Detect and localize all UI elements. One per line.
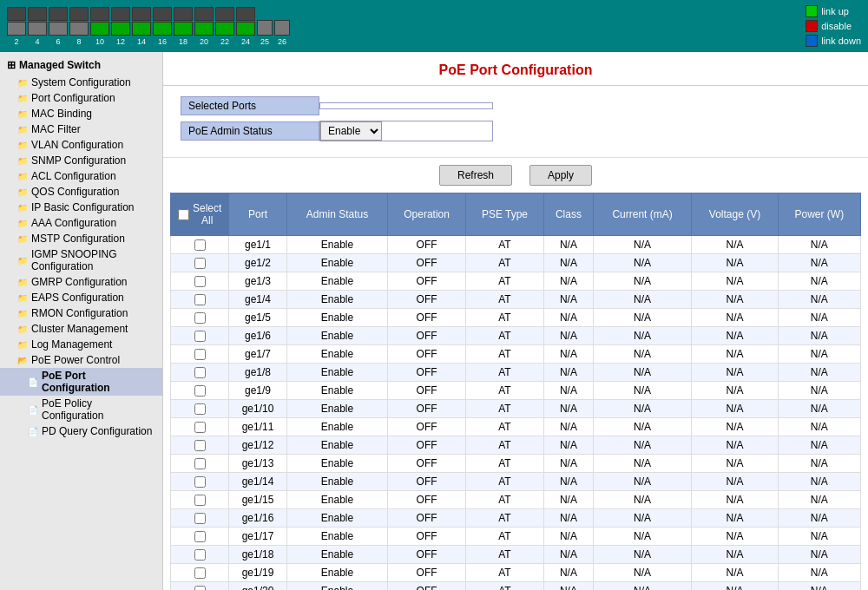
row-checkbox[interactable] [194, 567, 206, 579]
port-icon-6[interactable] [28, 22, 47, 36]
cell-op: OFF [388, 291, 466, 309]
managed-switch-icon: ⊞ [7, 59, 16, 71]
cell-op: OFF [388, 473, 466, 491]
sidebar-item-qos-config[interactable]: 📁 QOS Configuration [0, 184, 162, 200]
sidebar-item-vlan-config[interactable]: 📁 VLAN Configuration [0, 137, 162, 153]
sidebar-item-port-config[interactable]: 📁 Port Configuration [0, 90, 162, 106]
row-checkbox[interactable] [194, 331, 206, 342]
cell-voltage: N/A [692, 272, 778, 291]
cell-pse: AT [465, 382, 543, 400]
table-row: ge1/15 Enable OFF AT N/A N/A N/A N/A [171, 491, 861, 509]
cell-class: N/A [544, 364, 594, 382]
sidebar-item-mac-binding[interactable]: 📁 MAC Binding [0, 106, 162, 121]
sidebar-item-ip-basic-config[interactable]: 📁 IP Basic Configuration [0, 200, 162, 215]
row-checkbox[interactable] [194, 294, 206, 305]
row-checkbox[interactable] [194, 349, 206, 360]
sidebar-item-gmrp-config[interactable]: 📁 GMRP Configuration [0, 274, 162, 290]
sidebar-label-mstp-config: MSTP Configuration [31, 233, 125, 245]
cell-op: OFF [388, 254, 466, 272]
port-icon-15[interactable] [132, 22, 151, 36]
row-checkbox[interactable] [194, 586, 206, 591]
cell-pse: AT [465, 236, 543, 254]
sidebar-label-system-config: System Configuration [31, 76, 131, 88]
port-icon-5[interactable] [7, 22, 26, 36]
port-icon-11[interactable] [132, 7, 151, 21]
port-icon-21[interactable] [174, 22, 193, 36]
port-icon-12[interactable] [153, 7, 172, 21]
legend-disable: disable [806, 20, 861, 32]
table-row: ge1/2 Enable OFF AT N/A N/A N/A N/A [171, 254, 861, 272]
row-checkbox[interactable] [194, 531, 206, 542]
sidebar-item-snmp-config[interactable]: 📁 SNMP Configuration [0, 153, 162, 168]
row-checkbox[interactable] [194, 440, 206, 451]
row-checkbox-cell [171, 418, 229, 436]
row-checkbox-cell [171, 491, 229, 509]
sidebar-item-pd-query-config[interactable]: 📄 PD Query Configuration [0, 423, 162, 439]
row-checkbox[interactable] [194, 403, 206, 415]
port-icon-3[interactable] [49, 7, 68, 21]
sidebar-item-cluster-mgmt[interactable]: 📁 Cluster Management [0, 321, 162, 337]
sidebar-item-poe-power-control[interactable]: 📂 PoE Power Control [0, 352, 162, 368]
row-checkbox[interactable] [194, 495, 206, 506]
sidebar-item-mstp-config[interactable]: 📁 MSTP Configuration [0, 231, 162, 246]
select-all-header[interactable]: Select All [171, 193, 229, 236]
top-bar: 2 4 6 8 10 12 14 [0, 0, 868, 52]
header-class: Class [544, 193, 594, 236]
row-checkbox[interactable] [194, 513, 206, 524]
port-icon-9[interactable] [90, 7, 109, 21]
port-icon-18[interactable] [194, 7, 214, 21]
sidebar-item-mac-filter[interactable]: 📁 MAC Filter [0, 121, 162, 137]
refresh-button[interactable]: Refresh [439, 165, 512, 186]
port-icon-25[interactable] [257, 20, 273, 36]
port-icon-23[interactable] [215, 22, 234, 36]
port-icon-8[interactable] [69, 22, 89, 36]
sidebar-item-poe-port-config[interactable]: 📄 PoE Port Configuration [0, 368, 162, 396]
port-icon-14[interactable] [111, 22, 130, 36]
sidebar-item-log-mgmt[interactable]: 📁 Log Management [0, 337, 162, 352]
port-icon-16[interactable] [153, 22, 172, 36]
port-icon-26[interactable] [274, 20, 290, 36]
port-icon-13[interactable] [90, 22, 109, 36]
port-icon-1[interactable] [7, 7, 26, 21]
sidebar-item-igmp-config[interactable]: 📁 IGMP SNOOPING Configuration [0, 246, 162, 274]
row-checkbox[interactable] [194, 239, 206, 251]
row-checkbox[interactable] [194, 258, 206, 269]
sidebar-item-aaa-config[interactable]: 📁 AAA Configuration [0, 215, 162, 231]
sidebar-item-system-config[interactable]: 📁 System Configuration [0, 75, 162, 90]
sidebar-item-poe-policy-config[interactable]: 📄 PoE Policy Configuration [0, 396, 162, 423]
row-checkbox-cell [171, 254, 229, 272]
port-icon-22[interactable] [194, 22, 214, 36]
port-icon-20[interactable] [236, 7, 255, 21]
row-checkbox[interactable] [194, 422, 206, 433]
cell-power: N/A [778, 327, 860, 345]
sidebar-label-qos-config: QOS Configuration [31, 186, 119, 198]
cell-admin: Enable [286, 491, 388, 509]
row-checkbox[interactable] [194, 276, 206, 287]
port-icon-19[interactable] [215, 7, 234, 21]
select-all-checkbox[interactable] [178, 209, 189, 220]
row-checkbox[interactable] [194, 476, 206, 488]
apply-button[interactable]: Apply [529, 165, 592, 186]
row-checkbox[interactable] [194, 312, 206, 324]
port-icon-10[interactable] [111, 7, 130, 21]
sidebar-item-rmon-config[interactable]: 📁 RMON Configuration [0, 305, 162, 321]
port-icon-4[interactable] [69, 7, 89, 21]
row-checkbox[interactable] [194, 367, 206, 378]
port-icon-24[interactable] [236, 22, 255, 36]
row-checkbox[interactable] [194, 549, 206, 560]
poe-admin-status-select[interactable]: Enable Disable [320, 121, 382, 141]
cell-current: N/A [593, 327, 692, 345]
row-checkbox[interactable] [194, 458, 206, 469]
cell-class: N/A [544, 309, 594, 327]
port-icon-2[interactable] [28, 7, 47, 21]
header-pse-type: PSE Type [465, 193, 543, 236]
port-icon-7[interactable] [49, 22, 68, 36]
cell-op: OFF [388, 382, 466, 400]
sidebar-item-eaps-config[interactable]: 📁 EAPS Configuration [0, 290, 162, 305]
sidebar-item-acl-config[interactable]: 📁 ACL Configuration [0, 168, 162, 184]
doc-icon-pd-query: 📄 [28, 427, 38, 436]
port-label-20: 20 [200, 37, 208, 46]
row-checkbox[interactable] [194, 385, 206, 397]
port-icon-17[interactable] [174, 7, 193, 21]
header-voltage: Voltage (V) [692, 193, 778, 236]
